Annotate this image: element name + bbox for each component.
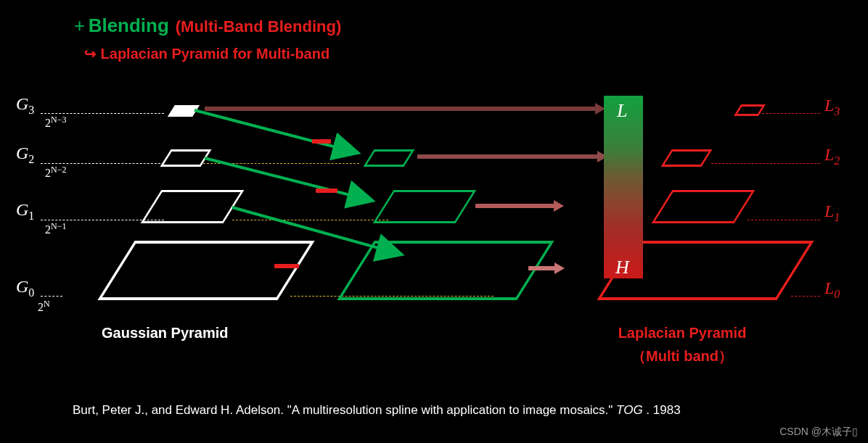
label-L1: L1 (824, 202, 840, 224)
baseline-g2 (41, 163, 164, 164)
gaussian-level-1 (141, 190, 245, 223)
dash-L2 (711, 163, 820, 164)
pow-g1: 2N−1 (45, 221, 66, 236)
pow-g3: 2N−3 (45, 115, 66, 130)
label-L2: L2 (824, 145, 840, 167)
title-sub: (Multi-Band Blending) (176, 17, 342, 36)
hook-arrow-icon: ↪ (84, 46, 97, 62)
citation-journal: TOG (616, 403, 643, 417)
baseline-g3 (41, 113, 164, 114)
frequency-bar (604, 96, 643, 278)
expanded-level-1 (373, 190, 477, 223)
dash-L1 (748, 220, 820, 220)
label-L0: L0 (824, 278, 840, 301)
guide-y-2 (203, 163, 359, 164)
subtitle-text: Laplacian Pyramid for Multi-band (101, 46, 330, 62)
label-L3: L3 (824, 96, 840, 118)
laplacian-level-1 (652, 190, 756, 223)
dash-L0 (791, 296, 820, 297)
expanded-level-0 (337, 241, 554, 300)
label-g3: G3 (16, 94, 34, 117)
laplacian-level-3 (734, 104, 766, 116)
minus-2 (312, 139, 331, 144)
freq-high-label: H (615, 257, 629, 278)
baseline-g0 (41, 296, 62, 297)
expanded-level-2 (364, 149, 415, 167)
citation-pre: Burt, Peter J., and Edward H. Adelson. "… (73, 403, 616, 417)
minus-1 (316, 189, 337, 193)
caption-gaussian: Gaussian Pyramid (102, 325, 229, 341)
citation: Burt, Peter J., and Edward H. Adelson. "… (73, 403, 813, 418)
laplacian-level-2 (661, 149, 713, 167)
watermark: CSDN @木诚子▯ (779, 426, 858, 439)
minus-0 (274, 264, 299, 268)
plus-icon: + (74, 15, 85, 36)
freq-low-label: L (617, 100, 627, 122)
title-blending: Blending (89, 15, 169, 36)
caption-laplacian-1: Laplacian Pyramid (595, 325, 769, 341)
gaussian-level-3 (168, 105, 200, 117)
label-g0: G0 (16, 277, 34, 299)
dash-L3 (762, 113, 820, 114)
caption-laplacian-2: （Multi band） (595, 347, 769, 366)
pow-g0: 2N (38, 299, 50, 314)
guide-y-1 (232, 220, 388, 220)
title-row: + Blending (Multi-Band Blending) (74, 15, 341, 37)
subtitle-row: ↪ Laplacian Pyramid for Multi-band (84, 45, 329, 62)
svg-line-0 (195, 110, 356, 152)
gaussian-level-2 (160, 149, 212, 167)
label-g1: G1 (16, 200, 34, 223)
gaussian-level-0 (97, 241, 314, 300)
label-g2: G2 (16, 144, 34, 166)
citation-post: . 1983 (643, 403, 681, 417)
pow-g2: 2N−2 (45, 165, 66, 180)
